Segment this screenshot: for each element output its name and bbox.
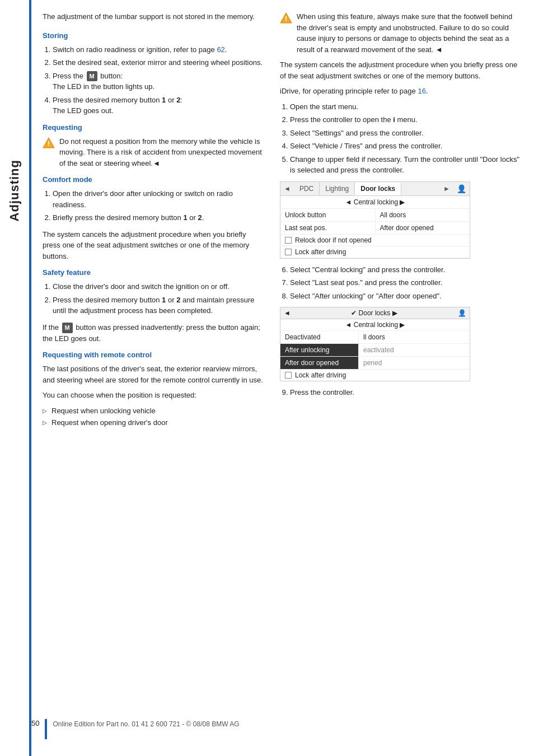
right-step-3: Select "Settings" and press the controll…: [290, 128, 523, 139]
dlw1-row2: Last seat pos. After door opened: [280, 222, 470, 235]
dlw1-lastseat-label: Last seat pos.: [280, 222, 376, 234]
safety-feature-heading: Safety feature: [43, 268, 264, 277]
dlw2-checkbox1-row: Lock after driving: [280, 370, 470, 381]
dlw1-row1: Unlock button All doors: [280, 209, 470, 222]
dlw2-arrow-left: ◄: [284, 309, 291, 317]
requesting-remote-bullets: Request when unlocking vehicle Request w…: [43, 405, 264, 428]
dlw1-checkbox2[interactable]: [285, 249, 292, 255]
svg-text:!: !: [285, 15, 287, 23]
dlw1-tab-pdc: PDC: [294, 183, 320, 195]
right-step-8: Select "After unlocking" or "After door …: [290, 291, 523, 302]
door-locks-widget-1: ◄ PDC Lighting Door locks ► 👤 ◄ Central …: [280, 181, 470, 259]
right-steps-cont: Select "Central locking" and press the c…: [290, 264, 523, 302]
dlw1-tab-doorlocks: Door locks: [355, 183, 401, 195]
right-body1: The system cancels the adjustment proced…: [280, 59, 523, 81]
dlw1-arrow-right: ►: [440, 183, 453, 195]
page-number: 50: [31, 719, 39, 727]
dlw2-central: ◄ Central locking ▶: [280, 319, 470, 331]
dlw2-row2: After unlocking eactivated: [280, 344, 470, 357]
main-content: The adjustment of the lumbar support is …: [29, 0, 534, 756]
safety-step-2: Press the desired memory button 1 or 2 a…: [53, 295, 264, 316]
comfort-step-2: Briefly press the desired memory button …: [53, 212, 264, 223]
comfort-steps: Open the driver's door after unlocking o…: [53, 188, 264, 223]
footer-text: Online Edition for Part no. 01 41 2 600 …: [53, 719, 239, 729]
storing-step-1: Switch on radio readiness or ignition, r…: [53, 44, 264, 55]
right-step-6: Select "Central locking" and press the c…: [290, 264, 523, 276]
m-button-inline: M: [87, 71, 97, 82]
dlw2-pened: pened: [359, 357, 470, 369]
requesting-heading: Requesting: [43, 123, 264, 132]
requesting-remote-body1: The last positions of the driver's seat,…: [43, 363, 264, 385]
requesting-warning-text: Do not request a position from the memor…: [59, 136, 264, 169]
storing-step-3: Press the M button:The LED in the button…: [53, 71, 264, 92]
safety-note: If the M button was pressed inadvertentl…: [43, 322, 264, 344]
right-step-5: Change to upper field if necessary. Turn…: [290, 154, 523, 176]
dlw1-checkbox2-label: Lock after driving: [295, 248, 346, 256]
sidebar: Adjusting: [0, 0, 29, 756]
storing-heading: Storing: [43, 31, 264, 40]
comfort-mode-heading: Comfort mode: [43, 175, 264, 184]
dlw1-header: ◄ PDC Lighting Door locks ► 👤: [280, 182, 470, 196]
storing-step-4: Press the desired memory button 1 or 2:T…: [53, 95, 264, 116]
right-warning: ! When using this feature, always make s…: [280, 11, 523, 55]
comfort-step-1: Open the driver's door after unlocking o…: [53, 188, 264, 210]
requesting-warning: ! Do not request a position from the mem…: [43, 136, 264, 169]
dlw1-arrow-left: ◄: [280, 183, 294, 195]
dlw1-unlock-value: All doors: [376, 209, 470, 221]
requesting-remote-heading: Requesting with remote control: [43, 351, 264, 359]
dlw1-checkbox1-label: Relock door if not opened: [295, 236, 372, 244]
dlw2-header: ◄ ✔ Door locks ▶ 👤: [280, 307, 470, 319]
dlw2-checkbox1[interactable]: [285, 372, 292, 379]
dlw2-after-unlocking: After unlocking: [280, 344, 359, 356]
sidebar-text: Adjusting: [7, 160, 22, 221]
dlw2-eactivated: eactivated: [359, 344, 470, 356]
comfort-note: The system cancels the adjustment proced…: [43, 229, 264, 262]
safety-steps: Close the driver's door and switch the i…: [53, 281, 264, 316]
m-button-safety: M: [62, 323, 73, 333]
dlw1-tab-lighting: Lighting: [320, 183, 355, 195]
dlw1-lastseat-value: After door opened: [376, 222, 470, 234]
right-steps: Open the start menu. Press the controlle…: [290, 101, 523, 176]
right-column: ! When using this feature, always make s…: [278, 11, 523, 745]
storing-steps: Switch on radio readiness or ignition, r…: [53, 44, 264, 116]
dlw1-checkbox1[interactable]: [285, 237, 292, 244]
warning-icon-right: !: [280, 12, 292, 24]
svg-text:!: !: [48, 140, 50, 148]
accent-bar: [29, 0, 31, 756]
right-step-2: Press the controller to open the i menu.: [290, 114, 523, 125]
dlw1-checkbox1-row: Relock door if not opened: [280, 235, 470, 246]
door-locks-widget-2: ◄ ✔ Door locks ▶ 👤 ◄ Central locking ▶ D…: [280, 307, 470, 381]
left-column: The adjustment of the lumbar support is …: [43, 11, 278, 745]
page-link-16[interactable]: 16: [418, 87, 425, 95]
safety-step-1: Close the driver's door and switch the i…: [53, 281, 264, 292]
dlw2-deactivated: Deactivated: [280, 331, 359, 343]
intro-text: The adjustment of the lumbar support is …: [43, 11, 264, 22]
right-steps-final: Press the controller.: [290, 387, 523, 398]
dlw2-person-icon: 👤: [458, 309, 466, 317]
dlw1-unlock-label: Unlock button: [280, 209, 376, 221]
dlw2-row1: Deactivated ll doors: [280, 331, 470, 344]
dlw2-row3: After door opened pened: [280, 357, 470, 370]
page-container: Adjusting The adjustment of the lumbar s…: [0, 0, 534, 756]
page-footer: 50 Online Edition for Part no. 01 41 2 6…: [31, 719, 523, 739]
right-warning-text: When using this feature, always make sur…: [297, 11, 523, 55]
dlw1-person-icon: 👤: [453, 182, 470, 195]
right-step-4: Select "Vehicle / Tires" and press the c…: [290, 141, 523, 152]
right-step-7: Select "Last seat pos." and press the co…: [290, 277, 523, 288]
dlw1-central: ◄ Central locking ▶: [280, 196, 470, 209]
page-link-62[interactable]: 62: [217, 45, 224, 54]
storing-step-2: Set the desired seat, exterior mirror an…: [53, 57, 264, 68]
dlw2-after-door-opened: After door opened: [280, 357, 359, 369]
bullet-unlock: Request when unlocking vehicle: [43, 405, 264, 417]
right-step-9: Press the controller.: [290, 387, 523, 398]
right-step-1: Open the start menu.: [290, 101, 523, 113]
requesting-remote-body2: You can choose when the position is requ…: [43, 390, 264, 401]
dlw2-checkmark: ✔ Door locks ▶: [291, 309, 458, 317]
right-body2: iDrive, for operating principle refer to…: [280, 86, 523, 97]
dlw2-checkbox1-label: Lock after driving: [295, 371, 346, 379]
dlw1-checkbox2-row: Lock after driving: [280, 246, 470, 258]
sidebar-label: Adjusting: [0, 157, 29, 224]
footer-line: [45, 719, 47, 739]
bullet-open-door: Request when opening driver's door: [43, 417, 264, 428]
warning-icon-requesting: !: [43, 137, 55, 149]
